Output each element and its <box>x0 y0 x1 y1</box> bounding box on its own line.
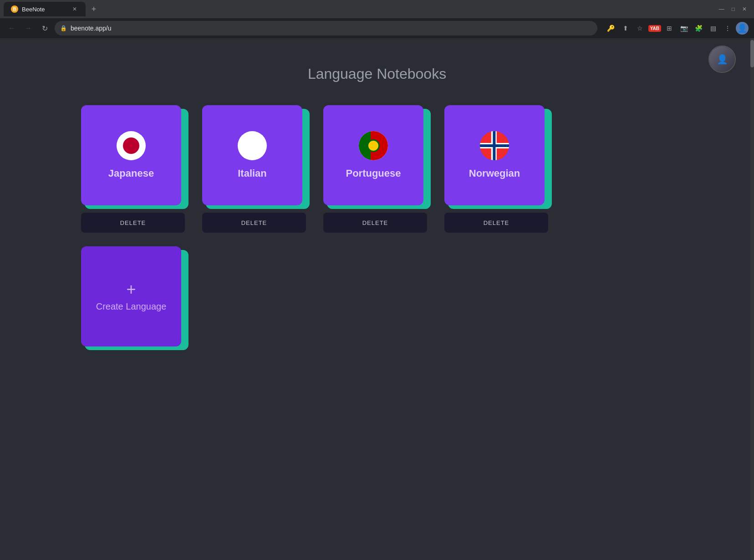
lock-icon: 🔒 <box>60 25 67 31</box>
norwegian-card[interactable]: Norwegian <box>444 105 545 205</box>
user-avatar[interactable]: 👤 <box>708 46 736 73</box>
language-grid: Japanese DELETE Italian DELETE <box>81 105 673 233</box>
italian-card[interactable]: Italian <box>202 105 302 205</box>
page-title: Language Notebooks <box>18 38 736 105</box>
menu-icon[interactable]: ⋮ <box>721 22 734 35</box>
browser-chrome: B BeeNote ✕ + — □ ✕ ← → ↻ 🔒 beenote.app/… <box>0 0 754 38</box>
scrollbar-thumb[interactable] <box>750 40 754 67</box>
camera-icon[interactable]: 📷 <box>678 22 690 35</box>
create-language-card[interactable]: + Create Language <box>81 246 181 346</box>
portuguese-card[interactable]: Portuguese <box>323 105 423 205</box>
japanese-card[interactable]: Japanese <box>81 105 181 205</box>
active-tab[interactable]: B BeeNote ✕ <box>4 2 86 16</box>
japanese-card-wrapper: Japanese DELETE <box>81 105 188 233</box>
japanese-flag <box>117 131 146 160</box>
create-row: + Create Language <box>81 246 673 350</box>
japanese-flag-circle <box>123 137 139 154</box>
norwegian-card-wrapper: Norwegian DELETE <box>444 105 552 233</box>
portuguese-flag-emblem <box>367 139 380 152</box>
portuguese-flag <box>359 131 388 160</box>
puzzle-icon[interactable]: 🧩 <box>692 22 705 35</box>
star-icon[interactable]: ☆ <box>634 22 647 35</box>
yab-button[interactable]: YAB <box>648 25 661 32</box>
tab-bar: B BeeNote ✕ + — □ ✕ <box>0 0 754 18</box>
portuguese-card-wrapper: Portuguese DELETE <box>323 105 431 233</box>
japanese-delete-button[interactable]: DELETE <box>81 213 185 233</box>
norwegian-flag <box>480 131 509 160</box>
new-tab-button[interactable]: + <box>87 3 100 15</box>
profile-avatar[interactable]: 👤 <box>736 22 749 35</box>
close-button[interactable]: ✕ <box>742 6 747 12</box>
portuguese-card-stack: Portuguese <box>323 105 431 209</box>
create-card-wrapper: + Create Language <box>81 246 188 350</box>
norwegian-label: Norwegian <box>469 168 520 179</box>
refresh-button[interactable]: ↻ <box>38 22 51 35</box>
create-language-label: Create Language <box>96 301 167 312</box>
minimize-button[interactable]: — <box>719 6 724 12</box>
italian-flag <box>238 131 267 160</box>
italian-card-stack: Italian <box>202 105 310 209</box>
address-bar-row: ← → ↻ 🔒 beenote.app/u 🔑 ⬆ ☆ YAB ⊞ 📷 🧩 ▤ … <box>0 18 754 38</box>
tab-title: BeeNote <box>22 6 67 13</box>
scrollbar[interactable] <box>750 38 754 560</box>
portuguese-label: Portuguese <box>346 168 401 179</box>
window-controls: — □ ✕ <box>719 6 750 12</box>
japanese-card-stack: Japanese <box>81 105 188 209</box>
japanese-label: Japanese <box>108 168 154 179</box>
address-bar[interactable]: 🔒 beenote.app/u <box>55 21 597 36</box>
italian-card-wrapper: Italian DELETE <box>202 105 310 233</box>
tab-favicon: B <box>11 5 18 13</box>
create-plus-icon: + <box>126 281 136 298</box>
back-button[interactable]: ← <box>5 22 18 35</box>
tab-close-button[interactable]: ✕ <box>71 5 78 13</box>
norwegian-delete-button[interactable]: DELETE <box>444 213 548 233</box>
norwegian-card-stack: Norwegian <box>444 105 552 209</box>
italian-delete-button[interactable]: DELETE <box>202 213 306 233</box>
maximize-button[interactable]: □ <box>732 6 735 12</box>
forward-button[interactable]: → <box>22 22 35 35</box>
address-text: beenote.app/u <box>71 25 112 32</box>
toolbar-icons: 🔑 ⬆ ☆ YAB ⊞ 📷 🧩 ▤ ⋮ 👤 <box>605 22 749 35</box>
norwegian-flag-cross-v-blue <box>493 131 495 160</box>
sidebar-toggle-icon[interactable]: ▤ <box>707 22 719 35</box>
share-icon[interactable]: ⬆ <box>619 22 632 35</box>
create-card-stack: + Create Language <box>81 246 188 350</box>
page-content: 👤 Language Notebooks Japanese DELETE <box>0 38 754 350</box>
extensions-icon[interactable]: ⊞ <box>663 22 676 35</box>
user-avatar-icon: 👤 <box>709 46 735 72</box>
portuguese-delete-button[interactable]: DELETE <box>323 213 427 233</box>
italian-label: Italian <box>238 168 267 179</box>
key-icon[interactable]: 🔑 <box>605 22 617 35</box>
